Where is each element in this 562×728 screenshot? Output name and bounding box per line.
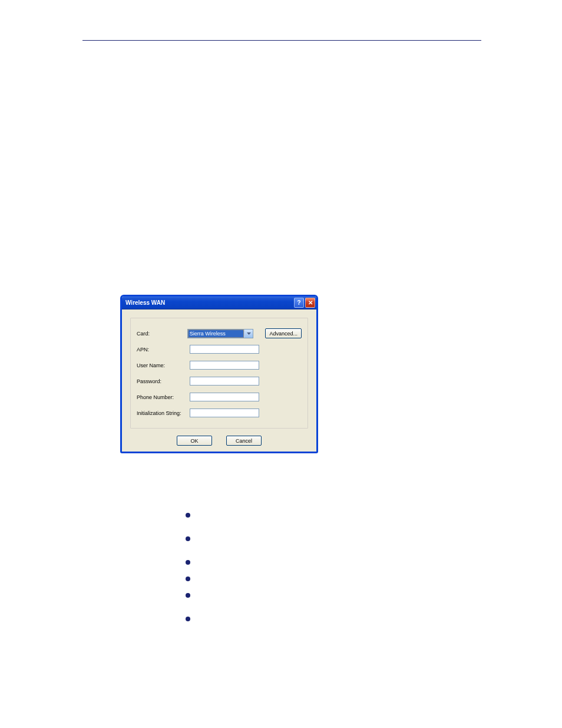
apn-label: APN: (137, 347, 190, 353)
card-select[interactable]: Sierra Wireless (187, 329, 254, 338)
dialog-title: Wireless WAN (125, 299, 294, 306)
apn-input[interactable] (190, 345, 259, 354)
dialog-body: Card: Sierra Wireless Advanced... APN: U… (122, 309, 316, 452)
username-input[interactable] (190, 361, 259, 370)
username-label: User Name: (137, 363, 190, 368)
phone-input[interactable] (190, 393, 259, 401)
svg-marker-0 (247, 332, 251, 335)
init-label: Initialization String: (137, 410, 190, 416)
titlebar[interactable]: Wireless WAN ? ✕ (122, 297, 316, 309)
bullet-icon (186, 536, 190, 541)
wireless-wan-dialog: Wireless WAN ? ✕ Card: Sierra Wireless (120, 295, 318, 453)
help-button[interactable]: ? (294, 298, 304, 308)
bullet-icon (186, 593, 190, 598)
ok-button[interactable]: OK (177, 436, 212, 446)
close-button[interactable]: ✕ (305, 298, 315, 308)
apn-row: APN: (137, 341, 302, 357)
chevron-down-icon (244, 330, 253, 338)
header-divider (82, 40, 481, 41)
password-row: Password: (137, 373, 302, 389)
bullet-list-markers (186, 513, 190, 637)
password-input[interactable] (190, 377, 259, 386)
card-select-value: Sierra Wireless (188, 330, 244, 338)
username-row: User Name: (137, 357, 302, 373)
password-label: Password: (137, 378, 190, 384)
bullet-icon (186, 617, 190, 621)
card-row: Card: Sierra Wireless Advanced... (137, 325, 302, 341)
advanced-button[interactable]: Advanced... (265, 328, 302, 338)
phone-row: Phone Number: (137, 389, 302, 405)
init-input[interactable] (190, 409, 259, 417)
close-icon: ✕ (308, 299, 313, 306)
bullet-icon (186, 513, 190, 518)
dialog-button-bar: OK Cancel (130, 436, 308, 446)
cancel-button[interactable]: Cancel (226, 436, 262, 446)
init-row: Initialization String: (137, 405, 302, 421)
field-group: Card: Sierra Wireless Advanced... APN: U… (130, 318, 308, 429)
bullet-icon (186, 560, 190, 565)
phone-label: Phone Number: (137, 394, 190, 400)
help-icon: ? (297, 299, 300, 306)
card-label: Card: (137, 331, 187, 337)
bullet-icon (186, 577, 190, 581)
